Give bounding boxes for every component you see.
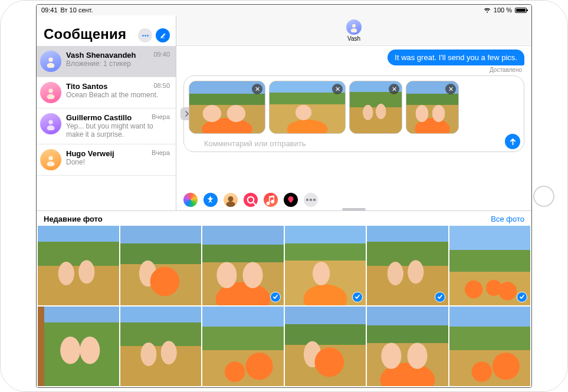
avatar [346, 19, 362, 35]
svg-point-14 [228, 196, 234, 202]
photo-cell[interactable] [38, 307, 119, 386]
svg-point-5 [47, 63, 55, 68]
photo-cell[interactable] [285, 307, 366, 386]
svg-point-7 [47, 94, 55, 99]
chat-header[interactable]: Vash [176, 15, 531, 46]
ipad-frame: 09:41 Вт 10 сент. 100 % Сообщения [0, 0, 568, 392]
remove-icon[interactable]: ✕ [389, 84, 399, 94]
memoji-app-icon[interactable] [224, 193, 238, 207]
conversation-name: Tito Santos [66, 82, 108, 91]
conversation-item[interactable]: Tito Santos 08:50 Ocean Beach at the mom… [37, 77, 176, 108]
svg-point-6 [48, 89, 52, 93]
svg-point-20 [313, 199, 316, 201]
svg-point-13 [351, 28, 357, 32]
staged-thumb[interactable]: ✕ [349, 81, 402, 134]
send-button[interactable] [505, 134, 520, 149]
photo-cell[interactable] [449, 226, 531, 305]
conversation-time: Вчера [152, 149, 170, 158]
apps-row [176, 190, 531, 210]
svg-point-16 [248, 197, 254, 203]
selected-check-icon [435, 292, 445, 302]
avatar [40, 51, 61, 72]
selected-check-icon [517, 292, 527, 302]
svg-rect-3 [160, 37, 165, 38]
selected-check-icon [352, 292, 363, 302]
conversation-time: Вчера [152, 113, 170, 122]
conversation-name: Hugo Verweij [66, 149, 114, 158]
chat-panel: Vash It was great. I'll send you a few p… [176, 15, 531, 210]
conversation-sidebar: Сообщения Vash She [37, 15, 176, 210]
battery-percent: 100 % [494, 6, 512, 14]
avatar [40, 82, 61, 103]
staged-thumb[interactable]: ✕ [269, 81, 346, 134]
conversation-item[interactable]: Guillermo Castillo Вчера Yep... but you … [37, 108, 176, 144]
remove-icon[interactable]: ✕ [445, 84, 456, 94]
message-bubble[interactable]: It was great. I'll send you a few pics. [388, 50, 524, 65]
status-bar: 09:41 Вт 10 сент. 100 % [37, 5, 531, 15]
compose-button[interactable] [156, 28, 170, 42]
svg-point-9 [47, 126, 55, 130]
conversation-preview: Yep... but you might want to make it a s… [66, 122, 170, 139]
photo-drawer: Недавние фото Все фото [37, 211, 531, 387]
photo-cell[interactable] [367, 307, 448, 386]
delivered-label: Доставлено [183, 67, 524, 73]
avatar [40, 113, 61, 134]
sidebar-title: Сообщения [44, 26, 134, 42]
conversation-item[interactable]: Vash Shenavandeh 09:40 Вложение: 1 стике… [37, 46, 176, 77]
status-time: 09:41 [41, 6, 58, 14]
photo-cell[interactable] [285, 226, 366, 305]
photo-cell[interactable] [120, 226, 202, 305]
digital-touch-icon[interactable] [284, 193, 298, 207]
photo-cell[interactable] [38, 226, 119, 305]
svg-point-1 [145, 35, 146, 37]
battery-icon [515, 8, 527, 13]
bezel [1, 1, 36, 391]
photo-cell[interactable] [367, 226, 448, 305]
conversation-time: 09:40 [153, 51, 170, 60]
more-apps-icon[interactable] [304, 193, 318, 207]
screen: 09:41 Вт 10 сент. 100 % Сообщения [36, 4, 532, 388]
all-photos-link[interactable]: Все фото [491, 215, 524, 223]
compose-input[interactable]: Комментарий или отправить [204, 139, 503, 148]
avatar [40, 149, 61, 170]
drawer-grab-handle[interactable] [342, 208, 366, 210]
photo-cell[interactable] [449, 307, 531, 386]
music-app-icon[interactable] [264, 193, 278, 207]
app-store-icon[interactable] [203, 193, 218, 207]
home-button[interactable] [533, 186, 554, 207]
svg-point-0 [142, 35, 144, 37]
more-button[interactable] [138, 28, 152, 42]
staged-thumb[interactable]: ✕ [406, 81, 459, 134]
photo-grid [37, 226, 531, 387]
svg-point-11 [47, 162, 55, 166]
images-app-icon[interactable] [244, 193, 258, 207]
drawer-title: Недавние фото [44, 215, 103, 223]
conversation-list[interactable]: Vash Shenavandeh 09:40 Вложение: 1 стике… [37, 46, 176, 210]
staged-attachments: ✕ ✕ ✕ ✕ Комментарий или отправить [183, 75, 524, 152]
svg-point-19 [310, 199, 312, 201]
svg-point-8 [48, 120, 52, 124]
conversation-preview: Вложение: 1 стикер [66, 60, 170, 68]
conversation-preview: Done! [66, 158, 170, 166]
photos-app-icon[interactable] [183, 193, 198, 207]
selected-check-icon [270, 292, 281, 302]
remove-icon[interactable]: ✕ [332, 84, 343, 94]
conversation-name: Guillermo Castillo [66, 113, 132, 122]
conversation-name: Vash Shenavandeh [66, 51, 136, 60]
svg-point-2 [147, 35, 149, 37]
wifi-icon [484, 8, 491, 13]
svg-point-15 [226, 202, 235, 207]
chat-contact-name: Vash [347, 35, 360, 42]
photo-cell[interactable] [120, 307, 202, 386]
svg-point-10 [48, 156, 52, 160]
conversation-item[interactable]: Hugo Verweij Вчера Done! [37, 144, 176, 176]
remove-icon[interactable]: ✕ [252, 84, 262, 94]
conversation-time: 08:50 [153, 82, 170, 91]
status-date: Вт 10 сент. [61, 6, 93, 14]
svg-point-18 [306, 199, 308, 201]
staged-thumb[interactable]: ✕ [189, 81, 265, 134]
svg-point-4 [48, 58, 52, 62]
photo-cell[interactable] [202, 226, 284, 305]
conversation-preview: Ocean Beach at the moment. [66, 91, 170, 99]
photo-cell[interactable] [202, 307, 284, 386]
